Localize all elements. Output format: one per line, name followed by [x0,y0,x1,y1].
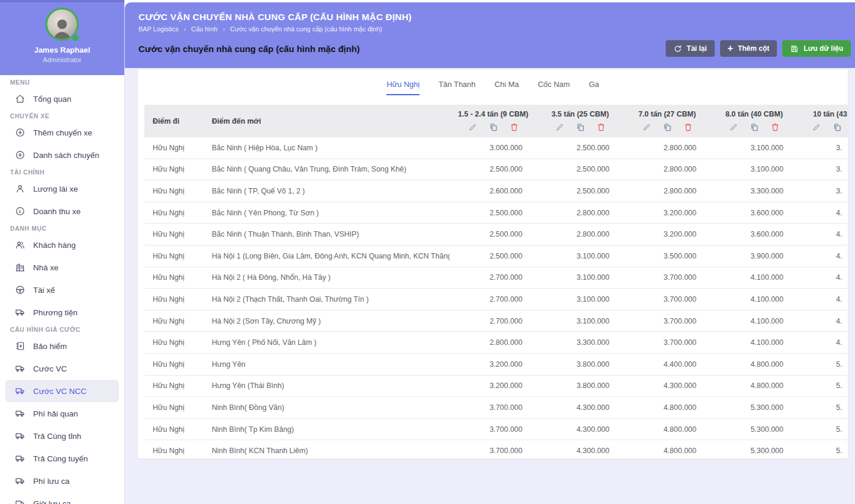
price-cell: 3.700.000 [450,425,537,434]
price-cell: 4.100.000 [711,295,798,303]
sidebar-section-label: TÀI CHÍNH [0,166,124,177]
edit-pencil-icon[interactable] [812,122,821,132]
steering-wheel-icon [15,285,25,295]
price-cell: 3.200.000 [624,209,711,217]
destination-cell: Bắc Ninh ( Hiệp Hòa, Lục Nam ) [204,144,450,152]
price-cell: 3.900.000 [711,252,798,260]
price-column-label: 3.5 tấn (25 CBM) [551,110,609,118]
sidebar-item[interactable]: Cước VC [5,357,119,380]
sidebar-section-label: DANH MỤC [0,222,124,234]
price-cell: 2.500.000 [450,230,537,238]
plus-icon: + [728,44,733,53]
trash-icon[interactable] [509,122,519,132]
sidebar-item[interactable]: Phí hải quan [5,402,119,425]
trash-icon[interactable] [770,122,780,132]
destination-cell: Ninh Bình( Đồng Văn) [204,403,450,412]
sidebar-item[interactable]: Trả Cùng tuyến [5,447,119,470]
sidebar-item[interactable]: Phí lưu ca [5,470,119,492]
price-cell: 4.100.000 [711,338,798,347]
price-cell: 4.800.000 [711,360,798,369]
reload-button-label: Tải lại [687,44,707,53]
plus-circle-icon [15,150,25,160]
edit-pencil-icon[interactable] [729,122,738,132]
table-row: Hữu NghịHưng Yên ( Phố Nối, Văn Lâm )2.8… [144,332,848,354]
price-cell: 2.800.000 [624,165,711,173]
price-cell: 2.800.000 [624,187,711,195]
sidebar-item[interactable]: Danh sách chuyến [5,144,119,166]
edit-pencil-icon[interactable] [555,122,564,132]
sidebar-item[interactable]: Giờ lưu ca [5,492,119,504]
sidebar-item[interactable]: Phương tiện [5,301,119,324]
table-row: Hữu NghịBắc Ninh ( Quang Châu, Vân Trung… [144,159,848,181]
price-cell: 3.700.000 [624,295,711,303]
save-data-button[interactable]: Lưu dữ liệu [782,40,851,57]
destination-cell: Hà Nội 2 (Thạch Thất, Thanh Oai, Thường … [204,295,450,303]
destination-cell: Ninh Bình( Tp Kim Bảng) [204,425,450,434]
sidebar-item[interactable]: Tài xế [5,279,119,301]
price-cell: 5. [798,403,848,412]
building-icon [15,262,25,273]
trash-icon[interactable] [683,122,693,132]
sidebar-item[interactable]: Nhà xe [5,256,119,279]
edit-pencil-icon[interactable] [642,122,651,132]
price-cell: 3. [798,187,848,195]
copy-icon[interactable] [663,122,672,132]
price-cell: 4. [798,273,848,282]
destination-cell: Bắc Ninh ( Quang Châu, Vân Trung, Đình T… [204,165,450,173]
table-row: Hữu NghịHà Nội 2 ( Hà Đông, Nhổn, Hà Tây… [144,267,848,289]
price-cell: 5.300.000 [711,447,798,455]
price-cell: 5.300.000 [711,425,798,434]
tab[interactable]: Chi Ma [495,69,519,95]
sidebar-item[interactable]: Tổng quan [5,88,119,110]
copy-icon[interactable] [489,122,498,132]
destination-cell: Bắc Ninh ( Thuận Thành, Bình Than, VSHIP… [204,230,450,238]
truck-icon [15,431,25,441]
content-area: Hữu NghịTân ThanhChi MaCốc NamGa Điểm đi… [125,68,855,504]
sidebar-item[interactable]: Khách hàng [5,234,119,256]
table-row: Hữu NghịHà Nội 1 (Long Biên, Gia Lâm, Đô… [144,245,848,267]
price-cell: 4. [798,209,848,217]
price-cell: 3.700.000 [450,447,537,455]
breadcrumb-root[interactable]: BAP Logistics [138,25,179,33]
price-cell: 3.100.000 [537,252,624,260]
plus-circle-icon [15,127,25,138]
price-cell: 4.400.000 [624,360,711,369]
table-row: Hữu NghịNinh Bình( Tp Kim Bảng)3.700.000… [144,419,848,441]
price-cell: 4. [798,252,848,260]
truck-icon [15,453,25,464]
sidebar-item[interactable]: Thêm chuyến xe [5,121,119,144]
sidebar-item-label: Cước VC NCC [33,387,86,396]
price-cell: 3.700.000 [450,403,537,412]
add-column-button-label: Thêm cột [738,44,769,53]
edit-pencil-icon[interactable] [468,122,477,132]
book-plus-icon [15,341,25,351]
sidebar-item[interactable]: Bảo hiểm [5,335,119,357]
sidebar-item[interactable]: Trả Cùng tỉnh [5,425,119,447]
person-icon [15,183,25,194]
tab[interactable]: Hữu Nghị [386,69,420,95]
copy-icon[interactable] [576,122,585,132]
copy-icon[interactable] [833,122,842,132]
tab[interactable]: Cốc Nam [538,69,570,95]
trash-icon[interactable] [596,122,606,132]
table-row: Hữu NghịHà Nội 2 (Sơn Tây, Chương Mỹ )2.… [144,311,848,332]
copy-icon[interactable] [750,122,759,132]
sidebar-item-label: Phương tiện [33,308,78,317]
price-cell: 5. [798,447,848,455]
origin-cell: Hữu Nghị [144,295,204,303]
sidebar-item[interactable]: Lương lái xe [5,177,119,200]
price-column-header: 8.0 tấn (40 CBM) [711,105,798,137]
page-header: CƯỚC VẬN CHUYỂN NHÀ CUNG CẤP (CẤU HÌNH M… [125,2,855,68]
sidebar-item[interactable]: £Doanh thu xe [5,200,119,222]
sidebar-item[interactable]: Cước VC NCC [5,380,119,402]
price-cell: 3.700.000 [624,338,711,347]
truck-icon [15,307,25,318]
tab[interactable]: Ga [589,69,599,95]
add-column-button[interactable]: + Thêm cột [720,40,777,57]
price-cell: 5. [798,360,848,369]
tab[interactable]: Tân Thanh [438,69,476,95]
price-cell: 2.700.000 [450,273,537,282]
breadcrumb-config[interactable]: Cấu hình [191,25,218,33]
price-cell: 5.300.000 [711,403,798,412]
reload-button[interactable]: Tải lại [666,40,715,57]
